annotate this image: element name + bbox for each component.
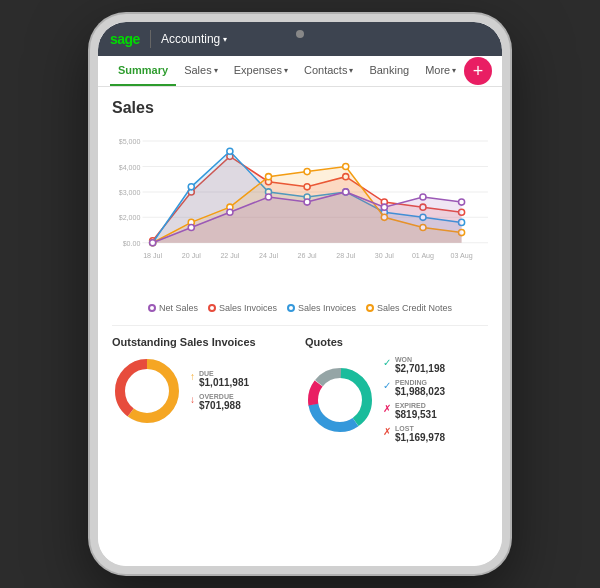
outstanding-title: Outstanding Sales Invoices bbox=[112, 336, 295, 348]
outstanding-donut-row: ↑ DUE $1,011,981 ↓ OVERDUE $701 bbox=[112, 356, 295, 426]
quotes-donut-svg bbox=[305, 365, 375, 435]
legend-dot-net-sales bbox=[148, 304, 156, 312]
nav-divider bbox=[150, 30, 151, 48]
svg-point-44 bbox=[304, 169, 310, 175]
outstanding-due-value: $1,011,981 bbox=[199, 377, 295, 389]
due-icon: ↑ bbox=[190, 371, 195, 382]
svg-text:$4,000: $4,000 bbox=[119, 164, 141, 172]
pending-icon: ✓ bbox=[383, 380, 391, 391]
quotes-lost-text: LOST $1,169,978 bbox=[395, 425, 488, 444]
won-icon: ✓ bbox=[383, 357, 391, 368]
quotes-expired-item: ✗ EXPIRED $819,531 bbox=[383, 402, 488, 421]
outstanding-due-label: DUE bbox=[199, 370, 295, 377]
quotes-title: Quotes bbox=[305, 336, 488, 348]
svg-text:03 Aug: 03 Aug bbox=[451, 252, 473, 260]
legend-sales-invoices-blue-label: Sales Invoices bbox=[298, 303, 356, 313]
outstanding-overdue-text: OVERDUE $701,988 bbox=[199, 393, 295, 412]
legend-sales-invoices-red-label: Sales Invoices bbox=[219, 303, 277, 313]
outstanding-due-text: DUE $1,011,981 bbox=[199, 370, 295, 389]
svg-text:28 Jul: 28 Jul bbox=[336, 252, 355, 260]
expired-icon: ✗ bbox=[383, 403, 391, 414]
outstanding-donut bbox=[112, 356, 182, 426]
nav-more-label: More bbox=[425, 64, 450, 76]
bottom-sections: Outstanding Sales Invoices bbox=[112, 336, 488, 444]
quotes-pending-value: $1,988,023 bbox=[395, 386, 488, 398]
legend-dot-sales-invoices-blue bbox=[287, 304, 295, 312]
module-selector[interactable]: Accounting ▾ bbox=[161, 32, 227, 46]
legend-net-sales: Net Sales bbox=[148, 303, 198, 313]
legend-credit-notes: Sales Credit Notes bbox=[366, 303, 452, 313]
quotes-donut bbox=[305, 365, 375, 435]
quotes-lost-label: LOST bbox=[395, 425, 488, 432]
outstanding-overdue-item: ↓ OVERDUE $701,988 bbox=[190, 393, 295, 412]
quotes-pending-text: PENDING $1,988,023 bbox=[395, 379, 488, 398]
sales-chart-container: $5,000 $4,000 $3,000 $2,000 $0.00 18 Jul… bbox=[112, 127, 488, 297]
svg-point-57 bbox=[420, 194, 426, 200]
quotes-pending-label: PENDING bbox=[395, 379, 488, 386]
nav-expenses-label: Expenses bbox=[234, 64, 282, 76]
quotes-won-value: $2,701,198 bbox=[395, 363, 488, 375]
nav-item-contacts[interactable]: Contacts ▾ bbox=[296, 56, 361, 86]
svg-text:$3,000: $3,000 bbox=[119, 189, 141, 197]
legend-dot-sales-invoices-red bbox=[208, 304, 216, 312]
nav-item-expenses[interactable]: Expenses ▾ bbox=[226, 56, 296, 86]
module-caret-icon: ▾ bbox=[223, 35, 227, 44]
nav-contacts-label: Contacts bbox=[304, 64, 347, 76]
quotes-won-item: ✓ WON $2,701,198 bbox=[383, 356, 488, 375]
svg-text:20 Jul: 20 Jul bbox=[182, 252, 201, 260]
nav-item-summary[interactable]: Summary bbox=[110, 56, 176, 86]
legend-credit-notes-label: Sales Credit Notes bbox=[377, 303, 452, 313]
svg-point-32 bbox=[227, 148, 233, 154]
nav-sales-label: Sales bbox=[184, 64, 212, 76]
svg-text:24 Jul: 24 Jul bbox=[259, 252, 278, 260]
svg-point-52 bbox=[227, 209, 233, 215]
quotes-stats: ✓ WON $2,701,198 ✓ PENDING $1,9 bbox=[383, 356, 488, 444]
svg-point-50 bbox=[150, 240, 156, 246]
quotes-lost-value: $1,169,978 bbox=[395, 432, 488, 444]
svg-text:$2,000: $2,000 bbox=[119, 214, 141, 222]
svg-text:26 Jul: 26 Jul bbox=[298, 252, 317, 260]
svg-text:30 Jul: 30 Jul bbox=[375, 252, 394, 260]
more-caret-icon: ▾ bbox=[452, 66, 456, 75]
quotes-won-label: WON bbox=[395, 356, 488, 363]
nav-item-banking[interactable]: Banking bbox=[361, 56, 417, 86]
svg-point-58 bbox=[459, 199, 465, 205]
legend-sales-invoices-blue: Sales Invoices bbox=[287, 303, 356, 313]
outstanding-donut-svg bbox=[112, 356, 182, 426]
svg-point-54 bbox=[304, 199, 310, 205]
secondary-nav: Summary Sales ▾ Expenses ▾ Contacts ▾ Ba… bbox=[98, 56, 502, 87]
svg-text:01 Aug: 01 Aug bbox=[412, 252, 434, 260]
overdue-icon: ↓ bbox=[190, 394, 195, 405]
quotes-expired-value: $819,531 bbox=[395, 409, 488, 421]
tablet-camera bbox=[296, 30, 304, 38]
sales-chart-svg: $5,000 $4,000 $3,000 $2,000 $0.00 18 Jul… bbox=[112, 127, 488, 267]
outstanding-due-item: ↑ DUE $1,011,981 bbox=[190, 370, 295, 389]
svg-text:22 Jul: 22 Jul bbox=[220, 252, 239, 260]
svg-point-53 bbox=[265, 194, 271, 200]
sage-logo: sage bbox=[110, 31, 140, 47]
nav-banking-label: Banking bbox=[369, 64, 409, 76]
quotes-donut-row: ✓ WON $2,701,198 ✓ PENDING $1,9 bbox=[305, 356, 488, 444]
svg-text:18 Jul: 18 Jul bbox=[143, 252, 162, 260]
chart-legend: Net Sales Sales Invoices Sales Invoices … bbox=[112, 303, 488, 313]
lost-icon: ✗ bbox=[383, 426, 391, 437]
svg-text:$0.00: $0.00 bbox=[123, 240, 141, 248]
contacts-caret-icon: ▾ bbox=[349, 66, 353, 75]
legend-sales-invoices-red: Sales Invoices bbox=[208, 303, 277, 313]
main-content: Sales $5,000 $4,000 $3,000 $2,000 $0.00 bbox=[98, 87, 502, 566]
nav-summary-label: Summary bbox=[118, 64, 168, 76]
quotes-pending-item: ✓ PENDING $1,988,023 bbox=[383, 379, 488, 398]
sales-caret-icon: ▾ bbox=[214, 66, 218, 75]
quotes-section: Quotes bbox=[305, 336, 488, 444]
quotes-expired-text: EXPIRED $819,531 bbox=[395, 402, 488, 421]
svg-point-45 bbox=[343, 163, 349, 169]
legend-dot-credit-notes bbox=[366, 304, 374, 312]
quotes-expired-label: EXPIRED bbox=[395, 402, 488, 409]
svg-point-55 bbox=[343, 189, 349, 195]
nav-item-sales[interactable]: Sales ▾ bbox=[176, 56, 226, 86]
tablet-screen: sage Accounting ▾ Summary Sales ▾ Expens… bbox=[98, 22, 502, 566]
outstanding-stats: ↑ DUE $1,011,981 ↓ OVERDUE $701 bbox=[190, 370, 295, 412]
svg-point-51 bbox=[188, 224, 194, 230]
add-button[interactable]: + bbox=[464, 57, 492, 85]
nav-item-more[interactable]: More ▾ bbox=[417, 56, 464, 86]
